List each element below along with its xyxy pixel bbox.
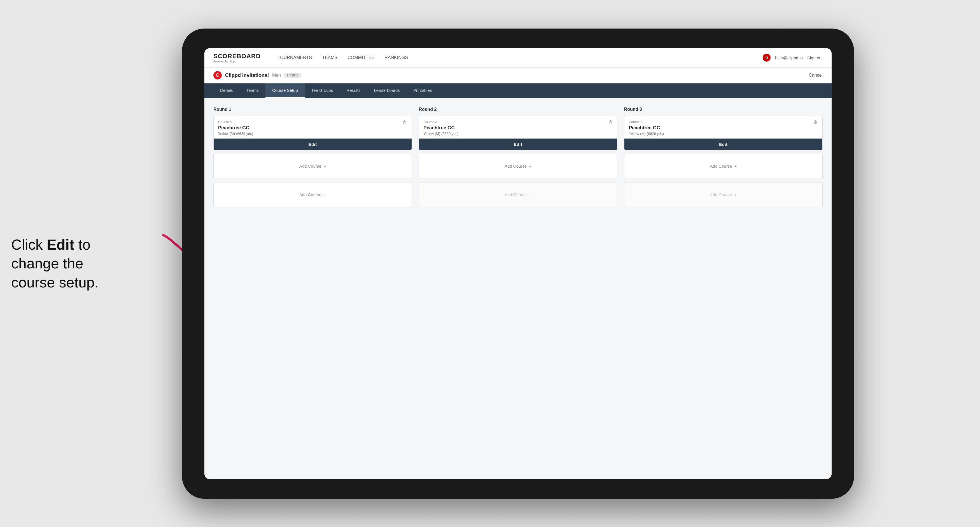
tab-leaderboards[interactable]: Leaderboards	[367, 83, 407, 98]
round-3-course-header: Course A Peachtree GC Yellow (M) (6629 y…	[624, 116, 822, 138]
round-3-header: Round 3	[624, 107, 822, 112]
round-1-course-header: Course A Peachtree GC Yellow (M) (6629 y…	[214, 116, 412, 138]
round-1-course-details: Yellow (M) (6629 yds)	[218, 132, 407, 136]
round-2-delete-icon[interactable]: 🗑	[607, 119, 614, 125]
round-3-column: Round 3 Course A Peachtree GC Yellow (M)…	[624, 107, 822, 211]
nav-teams[interactable]: TEAMS	[322, 55, 337, 60]
main-content: Round 1 Course A Peachtree GC Yellow (M)…	[204, 98, 832, 479]
round-2-add-course-1[interactable]: Add Course +	[418, 154, 617, 179]
instruction-bold: Edit	[47, 236, 74, 252]
round-2-course-details: Yellow (M) (6629 yds)	[423, 132, 612, 136]
tournament-gender: Men	[272, 73, 281, 78]
tab-results[interactable]: Results	[340, 83, 367, 98]
cancel-button[interactable]: Cancel	[809, 73, 822, 78]
nav-links: TOURNAMENTS TEAMS COMMITTEE RANKINGS	[277, 55, 751, 60]
tabs-row: Details Teams Course Setup Tee Groups Re…	[204, 83, 832, 98]
nav-right: B blair@clippd.io Sign out	[763, 54, 822, 62]
round-1-delete-icon[interactable]: 🗑	[401, 119, 408, 125]
round-3-course-label: Course A	[629, 120, 818, 124]
round-3-course-details: Yellow (M) (6629 yds)	[629, 132, 818, 136]
tournament-name: Clippd Invitational	[225, 73, 269, 78]
round-2-course-card: Course A Peachtree GC Yellow (M) (6629 y…	[418, 116, 617, 150]
instruction-prefix: Click	[11, 236, 47, 252]
user-avatar: B	[763, 54, 770, 62]
tournament-info: C Clippd Invitational Men Hosting	[213, 71, 301, 79]
round-3-add-course-label-2: Add Course +	[710, 192, 737, 197]
sign-out-link[interactable]: Sign out	[807, 56, 822, 60]
tab-printables[interactable]: Printables	[407, 83, 439, 98]
rounds-grid: Round 1 Course A Peachtree GC Yellow (M)…	[213, 107, 822, 211]
clippd-logo: C	[213, 71, 222, 79]
round-1-course-name: Peachtree GC	[218, 125, 407, 131]
round-2-add-course-label-2: Add Course +	[504, 192, 531, 197]
round-3-edit-button[interactable]: Edit	[624, 138, 822, 150]
instruction-text: Click Edit tochange thecourse setup.	[11, 235, 168, 292]
round-1-edit-button[interactable]: Edit	[214, 138, 412, 150]
sub-header: C Clippd Invitational Men Hosting Cancel	[204, 68, 832, 83]
round-3-course-card: Course A Peachtree GC Yellow (M) (6629 y…	[624, 116, 822, 150]
round-2-column: Round 2 Course A Peachtree GC Yellow (M)…	[418, 107, 617, 211]
nav-committee[interactable]: COMMITTEE	[347, 55, 374, 60]
logo-sub-text: Powered by clippd	[213, 60, 261, 63]
round-3-course-name: Peachtree GC	[629, 125, 818, 131]
round-2-edit-button[interactable]: Edit	[419, 138, 617, 150]
tab-details[interactable]: Details	[213, 83, 240, 98]
tab-tee-groups[interactable]: Tee Groups	[305, 83, 340, 98]
round-1-add-course-1[interactable]: Add Course +	[213, 154, 412, 179]
tab-course-setup[interactable]: Course Setup	[266, 83, 305, 98]
round-2-add-course-label-1: Add Course +	[504, 164, 531, 168]
round-1-column: Round 1 Course A Peachtree GC Yellow (M)…	[213, 107, 412, 211]
round-2-course-header: Course A Peachtree GC Yellow (M) (6629 y…	[419, 116, 617, 138]
tablet-device: SCOREBOARD Powered by clippd TOURNAMENTS…	[182, 29, 854, 499]
scoreboard-logo: SCOREBOARD Powered by clippd	[213, 52, 261, 63]
round-1-course-card: Course A Peachtree GC Yellow (M) (6629 y…	[213, 116, 412, 150]
logo-main-text: SCOREBOARD	[213, 52, 261, 60]
round-3-add-course-label-1: Add Course +	[710, 164, 737, 168]
round-1-add-course-label-1: Add Course +	[299, 164, 326, 168]
round-3-add-course-2: Add Course +	[624, 182, 822, 207]
tournament-status: Hosting	[284, 73, 301, 78]
top-nav: SCOREBOARD Powered by clippd TOURNAMENTS…	[204, 48, 832, 68]
round-3-delete-icon[interactable]: 🗑	[812, 119, 819, 125]
nav-rankings[interactable]: RANKINGS	[385, 55, 408, 60]
round-1-header: Round 1	[213, 107, 412, 112]
round-1-add-course-label-2: Add Course +	[299, 192, 326, 197]
tablet-screen: SCOREBOARD Powered by clippd TOURNAMENTS…	[204, 48, 832, 479]
round-2-course-name: Peachtree GC	[423, 125, 612, 131]
round-1-add-course-2[interactable]: Add Course +	[213, 182, 412, 207]
round-3-add-course-1[interactable]: Add Course +	[624, 154, 822, 179]
user-email: blair@clippd.io	[775, 56, 803, 60]
nav-tournaments[interactable]: TOURNAMENTS	[277, 55, 312, 60]
round-1-course-label: Course A	[218, 120, 407, 124]
round-2-header: Round 2	[418, 107, 617, 112]
tab-teams[interactable]: Teams	[240, 83, 266, 98]
round-2-course-label: Course A	[423, 120, 612, 124]
round-2-add-course-2: Add Course +	[418, 182, 617, 207]
